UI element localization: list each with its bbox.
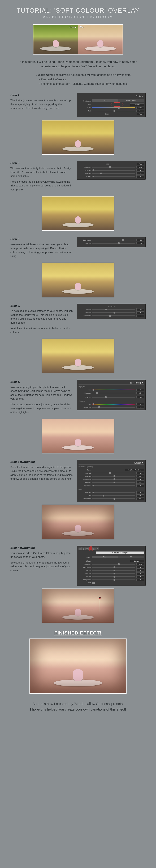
hl-value[interactable]: 0 xyxy=(136,484,144,487)
effect-label: Effect: xyxy=(79,560,91,562)
feather-value[interactable]: 50 xyxy=(136,481,144,484)
gf-exposure-value[interactable]: 0.35 xyxy=(136,563,144,565)
contrast-value[interactable]: + 20 xyxy=(136,242,144,244)
vibrance-value[interactable]: 0 xyxy=(136,311,144,314)
brightness-value[interactable]: + 60 xyxy=(136,239,144,241)
panel-basic[interactable]: Basic ▼ Treatment: ColorBlack & White WB… xyxy=(77,93,146,117)
step-1: Step 1: The first adjustment we want to … xyxy=(10,93,146,117)
grough-slider[interactable] xyxy=(92,498,135,499)
contrast-slider[interactable] xyxy=(92,243,135,244)
vibrance-slider[interactable] xyxy=(92,312,135,313)
wb-dropdown[interactable]: Custom ▾ xyxy=(130,103,144,106)
tint-value[interactable]: + 4 xyxy=(136,110,144,112)
sat-h-slider[interactable] xyxy=(92,393,135,393)
hue-s-label: Hue xyxy=(79,403,91,405)
blacks-value[interactable]: 0 xyxy=(136,175,144,178)
gf-clarity-value[interactable]: 0 xyxy=(136,576,144,578)
roundness-slider[interactable] xyxy=(92,479,135,479)
tab-color[interactable]: Color xyxy=(92,99,118,102)
highlights-sub: Highlights xyxy=(79,385,144,389)
before-after-compare: Before After xyxy=(10,24,146,55)
temp-slider[interactable] xyxy=(92,107,135,108)
step-4-body-1: To help add an overall softness to your … xyxy=(10,309,73,324)
clarity-slider[interactable] xyxy=(92,309,135,310)
recovery-slider[interactable] xyxy=(92,170,135,170)
recovery-value[interactable]: 0 xyxy=(136,169,144,172)
hl-slider[interactable] xyxy=(92,485,135,486)
style-dropdown[interactable]: Highlight Priority ▾ xyxy=(125,469,144,471)
blacks-slider[interactable] xyxy=(92,176,135,177)
mask-new[interactable]: New xyxy=(92,556,118,558)
step-4: Step 4: To help add an overall softness … xyxy=(10,304,146,336)
saturation-slider[interactable] xyxy=(92,315,135,316)
roundness-value[interactable]: 0 xyxy=(136,478,144,480)
gf-clarity-slider[interactable] xyxy=(92,576,135,577)
gsize-value[interactable]: 25 xyxy=(136,494,144,497)
feather-slider[interactable] xyxy=(92,482,135,483)
sat-h-value[interactable]: 10 xyxy=(136,392,144,394)
radial-filter-icon[interactable]: ◯ xyxy=(92,547,95,550)
gf-brightness-slider[interactable] xyxy=(92,567,135,568)
exposure-value[interactable]: - 0.40 xyxy=(136,166,144,168)
graduated-filter-icon[interactable]: ▭ xyxy=(89,547,92,550)
spot-tool-icon[interactable]: ◉ xyxy=(82,547,85,550)
gf-color-swatch[interactable] xyxy=(92,582,95,584)
gsize-slider[interactable] xyxy=(92,495,135,496)
gf-exposure-slider[interactable] xyxy=(92,564,135,564)
hue-s-slider[interactable] xyxy=(92,404,135,404)
contrast-label: Contrast xyxy=(79,242,91,244)
gf-contrast-value[interactable]: 0 xyxy=(136,569,144,572)
gf-sharpness-slider[interactable] xyxy=(92,580,135,580)
brightness-slider[interactable] xyxy=(92,240,135,241)
gf-brightness-value[interactable]: 0 xyxy=(136,566,144,568)
sat-s-slider[interactable] xyxy=(92,407,135,408)
panel-effects[interactable]: Effects ▼ Post-Crop Vignetting Style:Hig… xyxy=(77,460,146,502)
amount-value[interactable]: - 15 xyxy=(136,472,144,474)
gf-sharpness-value[interactable]: 0 xyxy=(136,579,144,581)
auto-button-2[interactable]: Auto xyxy=(137,163,144,165)
after-label: After xyxy=(79,26,85,28)
gf-saturation-slider[interactable] xyxy=(92,573,135,574)
hue-s-value[interactable]: 0 xyxy=(136,403,144,405)
gf-brightness-label: Brightness xyxy=(79,566,91,568)
panel-split-toning[interactable]: Split Toning ▼ Highlights Hue0 Saturatio… xyxy=(77,380,146,410)
temp-value[interactable]: 6100 xyxy=(136,106,144,109)
grough-value[interactable]: 50 xyxy=(136,498,144,500)
mask-edit[interactable]: Edit xyxy=(118,556,144,558)
tint-slider[interactable] xyxy=(92,111,135,111)
midpoint-value[interactable]: 50 xyxy=(136,475,144,477)
outro-1: So that's how I created my 'Marshmallow … xyxy=(14,701,142,707)
hue-h-value[interactable]: 0 xyxy=(136,389,144,391)
saturation-value[interactable]: - 15 xyxy=(136,315,144,317)
gf-saturation-value[interactable]: 0 xyxy=(136,572,144,575)
exposure-slider[interactable] xyxy=(92,167,135,167)
page-title: TUTORIAL: 'SOFT COLOUR' OVERLAY xyxy=(10,7,146,14)
auto-button[interactable]: Auto xyxy=(137,113,144,115)
tab-bw[interactable]: Black & White xyxy=(118,99,144,102)
midpoint-slider[interactable] xyxy=(92,476,135,476)
sat-s-value[interactable]: 15 xyxy=(136,406,144,408)
fill-slider[interactable] xyxy=(92,173,135,174)
redeye-tool-icon[interactable]: 👁 xyxy=(85,547,88,550)
recovery-label: Recovery xyxy=(79,169,91,171)
panel-graduated-filter[interactable]: ◧ ◉ 👁 ▭ ◯ ✎ Graduated Filter (K) Mask: N… xyxy=(77,546,146,586)
panel-tone[interactable]: ToneAuto Exposure- 0.40 Recovery0 Fill L… xyxy=(77,161,146,180)
hue-h-slider[interactable] xyxy=(92,390,135,390)
gamount-slider[interactable] xyxy=(92,492,135,493)
brush-tool-icon[interactable]: ✎ xyxy=(96,547,99,550)
gf-contrast-slider[interactable] xyxy=(92,570,135,571)
panel-brightness[interactable]: Brightness+ 60 Contrast+ 20 xyxy=(77,237,146,247)
panel-presence[interactable]: Presence Clarity- 35 Vibrance0 Saturatio… xyxy=(77,304,146,319)
effect-dropdown[interactable]: Custom ▾ xyxy=(130,560,144,562)
crop-tool-icon[interactable]: ◧ xyxy=(79,547,82,550)
vibrance-label: Vibrance xyxy=(79,312,91,313)
clarity-value[interactable]: - 35 xyxy=(136,308,144,311)
clarity-label: Clarity xyxy=(79,309,91,310)
sat-h-label: Saturation xyxy=(79,392,91,394)
fill-value[interactable]: 15 xyxy=(136,172,144,175)
balance-value[interactable]: - 30 xyxy=(136,396,144,398)
amount-slider[interactable] xyxy=(92,473,135,473)
gf-saturation-label: Saturation xyxy=(79,573,91,575)
gamount-value[interactable]: 0 xyxy=(136,491,144,494)
balance-slider[interactable] xyxy=(92,397,135,398)
